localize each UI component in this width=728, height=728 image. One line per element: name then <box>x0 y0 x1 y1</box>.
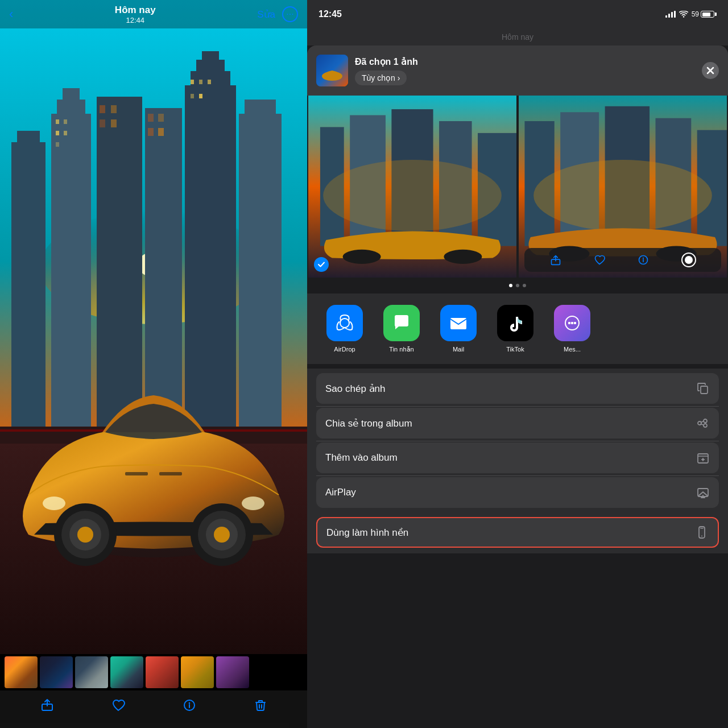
share-button[interactable] <box>40 698 54 715</box>
mail-label: Mail <box>453 346 464 353</box>
share-album-label: Chia sẻ trong album <box>325 417 412 429</box>
svg-rect-29 <box>111 119 117 127</box>
edit-button[interactable]: Sửa <box>257 9 275 20</box>
svg-rect-22 <box>199 80 202 84</box>
more-button[interactable]: ··· <box>282 6 298 22</box>
svg-rect-5 <box>51 114 91 427</box>
left-time: 12:44 <box>115 16 156 24</box>
dim-header: Hôm nay <box>307 28 728 46</box>
thumbnail-item[interactable] <box>146 656 179 688</box>
svg-rect-13 <box>202 51 219 61</box>
svg-point-89 <box>698 421 701 425</box>
right-time: 12:45 <box>318 9 342 19</box>
copy-photo-row[interactable]: Sao chép ảnh <box>316 373 719 404</box>
airplay-label: AirPlay <box>325 487 356 498</box>
svg-rect-4 <box>17 131 40 148</box>
battery-percentage: 59 <box>692 10 699 18</box>
svg-rect-10 <box>185 85 236 432</box>
svg-point-73 <box>533 160 712 231</box>
messages-label: Tin nhắn <box>389 346 413 353</box>
svg-rect-7 <box>63 88 80 102</box>
share-album-row[interactable]: Chia sẻ trong album <box>316 408 719 439</box>
airdrop-icon <box>326 305 363 341</box>
dim-title: Hôm nay <box>502 32 533 42</box>
favorite-button[interactable] <box>111 698 125 714</box>
back-button[interactable]: ‹ <box>9 7 13 22</box>
app-tiktok[interactable]: TikTok <box>487 305 544 353</box>
wallpaper-icon <box>695 526 709 539</box>
delete-button[interactable] <box>254 698 267 714</box>
messages-icon <box>383 305 420 341</box>
svg-point-64 <box>323 160 502 231</box>
thumbnail-item[interactable] <box>5 656 38 688</box>
svg-point-80 <box>340 318 349 328</box>
app-messages[interactable]: Tin nhắn <box>373 305 430 353</box>
svg-point-47 <box>214 527 230 543</box>
options-label: Tùy chọn <box>362 73 395 82</box>
svg-rect-32 <box>148 128 154 136</box>
options-chevron: › <box>398 73 400 82</box>
thumbnail-item[interactable] <box>75 656 108 688</box>
share-album-icon <box>696 416 710 430</box>
add-album-row[interactable]: Thêm vào album <box>316 442 719 473</box>
svg-rect-24 <box>191 94 194 98</box>
svg-rect-100 <box>700 528 704 529</box>
more-app-icon <box>554 305 590 341</box>
add-album-icon <box>696 451 710 465</box>
selected-photo-thumbnail <box>316 55 348 86</box>
thumbnail-item[interactable] <box>40 656 73 688</box>
add-album-label: Thêm vào album <box>325 452 398 464</box>
svg-point-101 <box>701 536 702 537</box>
camera-button-overlay[interactable] <box>681 253 696 267</box>
page-indicator <box>307 278 728 293</box>
airdrop-label: AirDrop <box>334 346 355 353</box>
svg-rect-27 <box>111 105 117 113</box>
photo-selected-check <box>314 257 329 272</box>
left-panel: ‹ Hôm nay 12:44 Sửa ··· <box>0 0 307 728</box>
set-wallpaper-row[interactable]: Dùng làm hình nền <box>316 517 719 548</box>
info-icon-overlay[interactable] <box>638 254 649 266</box>
thumbnail-item[interactable] <box>216 656 249 688</box>
photo-item-2[interactable] <box>519 96 727 278</box>
app-more[interactable]: Mes... <box>544 305 601 353</box>
svg-rect-86 <box>701 386 708 394</box>
separator <box>316 475 719 476</box>
tiktok-label: TikTok <box>506 346 524 353</box>
svg-rect-20 <box>56 142 59 147</box>
heart-icon-overlay[interactable] <box>594 254 605 266</box>
separator <box>316 406 719 407</box>
photo-item-1[interactable] <box>308 96 516 278</box>
share-sheet: Đã chọn 1 ảnh Tùy chọn › <box>307 46 728 553</box>
signal-icon <box>665 11 676 18</box>
app-mail[interactable]: Mail <box>430 305 487 353</box>
svg-rect-12 <box>196 60 225 73</box>
separator-1 <box>307 364 728 369</box>
share-icon-overlay[interactable] <box>550 254 561 266</box>
svg-rect-83 <box>568 322 570 324</box>
svg-line-90 <box>701 421 704 423</box>
app-airdrop[interactable]: AirDrop <box>316 305 373 353</box>
svg-rect-38 <box>125 472 148 475</box>
close-button[interactable] <box>702 62 719 79</box>
svg-rect-21 <box>191 80 194 84</box>
svg-rect-3 <box>11 142 46 427</box>
thumbnail-item[interactable] <box>110 656 143 688</box>
left-status-bar: ‹ Hôm nay 12:44 Sửa ··· <box>0 0 307 28</box>
svg-rect-15 <box>245 100 276 115</box>
mail-icon <box>440 305 477 341</box>
svg-rect-39 <box>159 472 182 475</box>
options-button[interactable]: Tùy chọn › <box>355 71 407 85</box>
thumbnail-item[interactable] <box>181 656 214 688</box>
photo-action-overlay <box>524 248 721 272</box>
svg-point-88 <box>704 424 707 427</box>
svg-rect-84 <box>571 322 573 324</box>
svg-rect-33 <box>158 128 164 136</box>
info-button[interactable] <box>183 698 196 714</box>
airplay-row[interactable]: AirPlay <box>316 477 719 508</box>
svg-point-87 <box>704 419 707 423</box>
svg-rect-26 <box>100 105 105 113</box>
app-share-row: AirDrop Tin nhắn Mail <box>307 296 728 364</box>
set-wallpaper-label: Dùng làm hình nền <box>326 527 408 539</box>
right-panel: 12:45 59 <box>307 0 728 728</box>
svg-rect-25 <box>199 94 202 98</box>
